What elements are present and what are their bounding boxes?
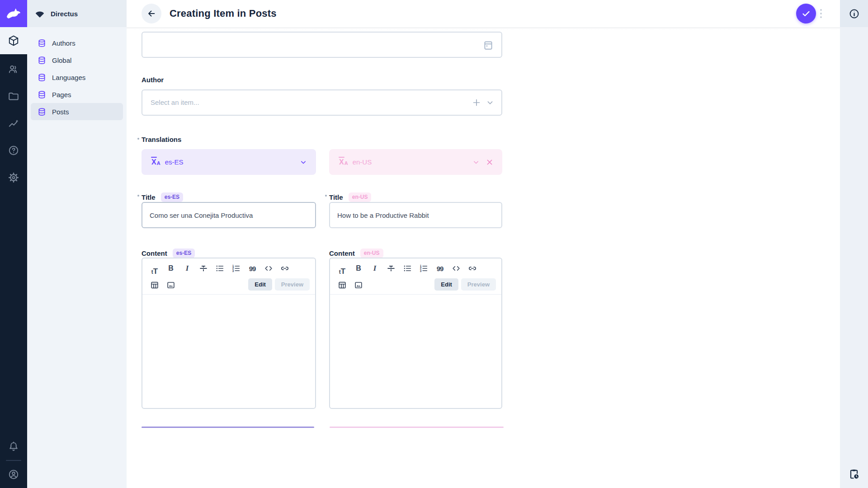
clipboard-clock-icon <box>848 468 860 480</box>
content-textarea-es[interactable] <box>142 295 315 408</box>
module-insights[interactable] <box>0 110 27 137</box>
sidebar-item-pages[interactable]: Pages <box>31 86 123 103</box>
italic-icon[interactable]: I <box>180 262 194 275</box>
check-icon <box>801 9 811 19</box>
preview-mode-button[interactable]: Preview <box>461 278 496 291</box>
content-label-es: Content es-ES <box>142 249 195 258</box>
user-avatar-icon <box>8 469 19 480</box>
bulleted-list-icon[interactable] <box>401 262 414 275</box>
bold-icon[interactable]: B <box>352 262 365 275</box>
module-content[interactable] <box>0 27 27 54</box>
module-files[interactable] <box>0 83 27 110</box>
code-icon[interactable] <box>449 262 463 275</box>
close-icon[interactable] <box>485 158 494 167</box>
strikethrough-icon[interactable] <box>197 262 210 275</box>
item-form: Author Select an item... Translations XA… <box>142 27 502 488</box>
author-label: Author <box>142 76 164 84</box>
numbered-list-icon[interactable]: 123 <box>229 262 243 275</box>
link-icon[interactable] <box>278 262 292 275</box>
edit-mode-button[interactable]: Edit <box>434 278 458 291</box>
more-options-button[interactable] <box>817 8 825 19</box>
sidebar-item-posts[interactable]: Posts <box>31 103 123 120</box>
image-icon[interactable] <box>164 278 178 292</box>
divider-purple <box>142 427 314 428</box>
required-dot <box>137 195 139 197</box>
sidebar-item-authors[interactable]: Authors <box>31 34 123 52</box>
content-label-en: Content en-US <box>329 249 383 258</box>
collections-sidebar: Directus Authors Global Languages Pages … <box>27 0 127 488</box>
notifications-button[interactable] <box>0 433 27 460</box>
sidebar-item-label: Posts <box>52 108 69 116</box>
language-badge: en-US <box>360 249 383 258</box>
divider-pink <box>330 427 504 428</box>
language-select-en[interactable]: XA en-US <box>329 149 502 175</box>
cube-icon <box>8 35 19 47</box>
project-name: Directus <box>51 10 78 18</box>
sidebar-item-languages[interactable]: Languages <box>31 69 123 86</box>
project-icon <box>34 8 45 19</box>
title-label-es: Title es-ES <box>142 192 183 202</box>
calendar-icon[interactable] <box>482 39 494 51</box>
save-button[interactable] <box>796 4 816 23</box>
edit-mode-button[interactable]: Edit <box>248 278 272 291</box>
link-icon[interactable] <box>466 262 479 275</box>
blockquote-icon[interactable]: 99 <box>245 262 259 275</box>
module-users[interactable] <box>0 56 27 83</box>
sidebar-item-label: Pages <box>52 91 71 99</box>
svg-text:3: 3 <box>232 269 234 272</box>
strikethrough-icon[interactable] <box>384 262 398 275</box>
date-input[interactable] <box>142 33 501 57</box>
table-icon[interactable] <box>335 278 349 292</box>
module-help[interactable] <box>0 137 27 164</box>
translations-label: Translations <box>142 136 181 143</box>
heading-icon[interactable]: tT <box>335 262 349 275</box>
module-settings[interactable] <box>0 164 27 191</box>
chevron-down-icon[interactable] <box>485 98 495 108</box>
bulleted-list-icon[interactable] <box>213 262 226 275</box>
code-icon[interactable] <box>262 262 275 275</box>
table-icon[interactable] <box>148 278 161 292</box>
add-item-icon[interactable] <box>472 98 481 108</box>
bold-icon[interactable]: B <box>164 262 178 275</box>
info-sidebar-button[interactable] <box>840 0 868 27</box>
account-button[interactable] <box>0 461 27 488</box>
page-title: Creating Item in Posts <box>170 8 277 19</box>
date-field <box>142 32 502 58</box>
chevron-down-icon[interactable] <box>299 158 308 167</box>
directus-logo[interactable] <box>0 0 27 27</box>
author-field[interactable]: Select an item... <box>142 89 502 116</box>
language-badge: en-US <box>349 192 372 202</box>
title-input-es[interactable] <box>142 203 315 227</box>
numbered-list-icon[interactable]: 123 <box>417 262 430 275</box>
page-header: Creating Item in Posts <box>127 0 840 27</box>
people-icon <box>8 63 19 75</box>
arrow-left-icon <box>146 9 156 19</box>
gear-icon <box>8 172 19 183</box>
image-icon[interactable] <box>352 278 365 292</box>
collection-list: Authors Global Languages Pages Posts <box>27 27 127 120</box>
sidebar-item-label: Authors <box>52 39 75 47</box>
translate-icon: XA <box>151 159 160 166</box>
module-bar <box>0 0 27 488</box>
heading-icon[interactable]: tT <box>148 262 161 275</box>
revisions-button[interactable] <box>840 464 868 484</box>
italic-icon[interactable]: I <box>368 262 382 275</box>
database-icon <box>37 73 47 82</box>
back-button[interactable] <box>142 4 161 23</box>
required-dot <box>137 138 139 140</box>
language-select-es[interactable]: XA es-ES <box>142 149 316 175</box>
database-icon <box>37 107 47 117</box>
language-code: en-US <box>353 158 372 166</box>
author-placeholder: Select an item... <box>151 99 199 106</box>
title-input-en[interactable] <box>330 203 501 227</box>
blockquote-icon[interactable]: 99 <box>433 262 447 275</box>
language-code: es-ES <box>165 158 184 166</box>
content-textarea-en[interactable] <box>330 295 501 408</box>
preview-mode-button[interactable]: Preview <box>275 278 310 291</box>
title-field-en <box>329 202 502 228</box>
sidebar-item-global[interactable]: Global <box>31 52 123 69</box>
language-badge: es-ES <box>173 249 195 258</box>
chevron-down-icon[interactable] <box>472 158 481 167</box>
project-switcher[interactable]: Directus <box>27 0 127 27</box>
directus-app: Directus Authors Global Languages Pages … <box>0 0 868 488</box>
